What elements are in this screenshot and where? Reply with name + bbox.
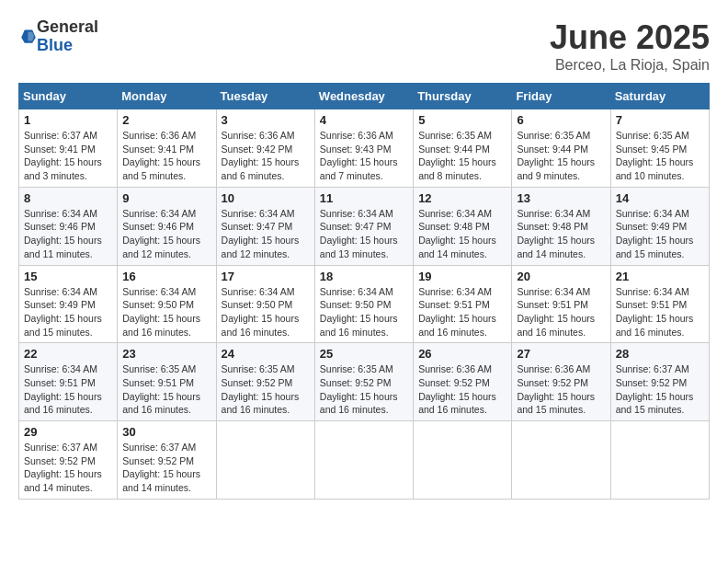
sunrise: Sunrise: 6:36 AM	[517, 363, 590, 374]
day-info: Sunrise: 6:34 AM Sunset: 9:48 PM Dayligh…	[418, 207, 506, 261]
sunrise: Sunrise: 6:35 AM	[418, 130, 492, 141]
day-info: Sunrise: 6:37 AM Sunset: 9:52 PM Dayligh…	[122, 441, 210, 495]
sunrise: Sunrise: 6:37 AM	[24, 130, 97, 141]
sunrise: Sunrise: 6:37 AM	[616, 363, 689, 374]
day-number: 14	[616, 191, 704, 205]
day-info: Sunrise: 6:36 AM Sunset: 9:43 PM Dayligh…	[320, 129, 408, 183]
day-cell: 10 Sunrise: 6:34 AM Sunset: 9:47 PM Dayl…	[216, 187, 314, 265]
sunset: Sunset: 9:51 PM	[122, 377, 194, 388]
day-number: 2	[122, 113, 210, 127]
day-cell: 17 Sunrise: 6:34 AM Sunset: 9:50 PM Dayl…	[216, 265, 314, 343]
day-number: 12	[418, 191, 506, 205]
col-thursday: Thursday	[414, 84, 512, 109]
day-info: Sunrise: 6:35 AM Sunset: 9:52 PM Dayligh…	[320, 362, 408, 417]
sunset: Sunset: 9:48 PM	[517, 221, 588, 232]
day-cell: 13 Sunrise: 6:34 AM Sunset: 9:48 PM Dayl…	[512, 187, 610, 265]
sunrise: Sunrise: 6:37 AM	[24, 442, 97, 453]
daylight: Daylight: 15 hours and 13 minutes.	[320, 235, 398, 259]
day-cell: 23 Sunrise: 6:35 AM Sunset: 9:51 PM Dayl…	[118, 343, 216, 421]
sunset: Sunset: 9:49 PM	[24, 299, 96, 310]
daylight: Daylight: 15 hours and 16 minutes.	[122, 313, 200, 338]
day-number: 30	[122, 425, 210, 439]
sunset: Sunset: 9:50 PM	[122, 299, 194, 310]
sunrise: Sunrise: 6:34 AM	[517, 286, 590, 297]
week-row-5: 29 Sunrise: 6:37 AM Sunset: 9:52 PM Dayl…	[19, 421, 710, 500]
week-row-3: 15 Sunrise: 6:34 AM Sunset: 9:49 PM Dayl…	[19, 265, 710, 343]
sunset: Sunset: 9:41 PM	[122, 144, 194, 155]
day-info: Sunrise: 6:34 AM Sunset: 9:47 PM Dayligh…	[320, 207, 408, 261]
day-cell: 11 Sunrise: 6:34 AM Sunset: 9:47 PM Dayl…	[314, 187, 413, 265]
day-info: Sunrise: 6:34 AM Sunset: 9:50 PM Dayligh…	[122, 285, 210, 339]
day-number: 22	[24, 347, 112, 361]
col-saturday: Saturday	[610, 84, 709, 109]
week-row-2: 8 Sunrise: 6:34 AM Sunset: 9:46 PM Dayli…	[19, 187, 710, 265]
sunrise: Sunrise: 6:34 AM	[122, 208, 196, 219]
day-cell: 16 Sunrise: 6:34 AM Sunset: 9:50 PM Dayl…	[118, 265, 216, 343]
daylight: Daylight: 15 hours and 14 minutes.	[418, 235, 496, 259]
day-cell: 28 Sunrise: 6:37 AM Sunset: 9:52 PM Dayl…	[610, 343, 709, 421]
daylight: Daylight: 15 hours and 14 minutes.	[517, 235, 595, 259]
day-number: 21	[616, 270, 704, 283]
sunset: Sunset: 9:52 PM	[122, 455, 194, 466]
day-info: Sunrise: 6:34 AM Sunset: 9:51 PM Dayligh…	[418, 285, 506, 339]
day-info: Sunrise: 6:35 AM Sunset: 9:44 PM Dayligh…	[418, 129, 506, 183]
sunset: Sunset: 9:48 PM	[418, 221, 490, 232]
sunset: Sunset: 9:47 PM	[320, 221, 392, 232]
daylight: Daylight: 15 hours and 10 minutes.	[616, 156, 694, 181]
logo-icon	[20, 28, 37, 44]
day-info: Sunrise: 6:37 AM Sunset: 9:41 PM Dayligh…	[24, 129, 112, 183]
daylight: Daylight: 15 hours and 9 minutes.	[517, 156, 595, 181]
day-number: 13	[517, 191, 605, 205]
sunrise: Sunrise: 6:35 AM	[616, 130, 689, 141]
day-number: 18	[320, 270, 408, 283]
day-cell	[414, 421, 512, 500]
sunrise: Sunrise: 6:35 AM	[320, 363, 393, 374]
daylight: Daylight: 15 hours and 15 minutes.	[517, 391, 595, 416]
sunset: Sunset: 9:44 PM	[418, 144, 490, 155]
page-header: General Blue June 2025 Berceo, La Rioja,…	[18, 18, 710, 74]
sunrise: Sunrise: 6:34 AM	[418, 208, 492, 219]
sunrise: Sunrise: 6:34 AM	[222, 208, 295, 219]
day-info: Sunrise: 6:34 AM Sunset: 9:49 PM Dayligh…	[24, 285, 112, 339]
day-number: 10	[222, 191, 310, 205]
logo: General Blue	[18, 18, 98, 55]
sunrise: Sunrise: 6:34 AM	[24, 208, 97, 219]
week-row-4: 22 Sunrise: 6:34 AM Sunset: 9:51 PM Dayl…	[19, 343, 710, 421]
day-number: 24	[222, 347, 310, 361]
sunrise: Sunrise: 6:34 AM	[24, 286, 97, 297]
daylight: Daylight: 15 hours and 15 minutes.	[616, 235, 694, 259]
col-tuesday: Tuesday	[216, 84, 314, 109]
day-cell	[216, 421, 314, 500]
day-cell: 21 Sunrise: 6:34 AM Sunset: 9:51 PM Dayl…	[610, 265, 709, 343]
daylight: Daylight: 15 hours and 14 minutes.	[122, 468, 200, 493]
day-cell: 14 Sunrise: 6:34 AM Sunset: 9:49 PM Dayl…	[610, 187, 709, 265]
daylight: Daylight: 15 hours and 11 minutes.	[24, 235, 102, 259]
sunrise: Sunrise: 6:35 AM	[222, 363, 295, 374]
day-cell	[610, 421, 709, 500]
day-info: Sunrise: 6:36 AM Sunset: 9:41 PM Dayligh…	[122, 129, 210, 183]
daylight: Daylight: 15 hours and 5 minutes.	[122, 156, 200, 181]
sunset: Sunset: 9:43 PM	[320, 144, 392, 155]
day-cell: 3 Sunrise: 6:36 AM Sunset: 9:42 PM Dayli…	[216, 109, 314, 188]
day-number: 7	[616, 113, 704, 127]
day-info: Sunrise: 6:36 AM Sunset: 9:42 PM Dayligh…	[222, 129, 310, 183]
day-cell: 19 Sunrise: 6:34 AM Sunset: 9:51 PM Dayl…	[414, 265, 512, 343]
daylight: Daylight: 15 hours and 14 minutes.	[24, 468, 102, 493]
day-cell: 4 Sunrise: 6:36 AM Sunset: 9:43 PM Dayli…	[314, 109, 413, 188]
sunset: Sunset: 9:51 PM	[24, 377, 96, 388]
day-number: 1	[24, 113, 112, 127]
day-number: 8	[24, 191, 112, 205]
day-cell: 22 Sunrise: 6:34 AM Sunset: 9:51 PM Dayl…	[19, 343, 118, 421]
sunset: Sunset: 9:50 PM	[222, 299, 293, 310]
day-number: 23	[122, 347, 210, 361]
daylight: Daylight: 15 hours and 16 minutes.	[320, 313, 398, 338]
daylight: Daylight: 15 hours and 15 minutes.	[616, 391, 694, 416]
col-sunday: Sunday	[19, 84, 118, 109]
day-info: Sunrise: 6:35 AM Sunset: 9:51 PM Dayligh…	[122, 362, 210, 417]
sunset: Sunset: 9:51 PM	[517, 299, 588, 310]
sunrise: Sunrise: 6:35 AM	[517, 130, 590, 141]
sunrise: Sunrise: 6:36 AM	[222, 130, 295, 141]
sunset: Sunset: 9:52 PM	[616, 377, 688, 388]
day-number: 15	[24, 270, 112, 283]
sunset: Sunset: 9:49 PM	[616, 221, 688, 232]
